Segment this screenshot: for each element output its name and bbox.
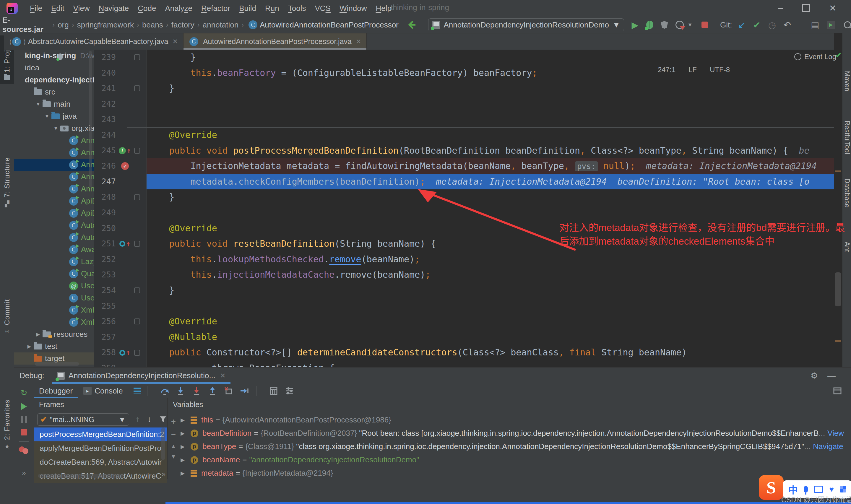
move-down-icon[interactable]: ▼ [170, 453, 176, 460]
debug-button[interactable] [646, 21, 653, 29]
run-button[interactable]: ▶ [632, 20, 638, 30]
tree-item-xmldepe[interactable]: CXmlDepe [14, 316, 94, 328]
tool-button-restfultool[interactable]: RestfulTool [843, 121, 851, 154]
tree-item-qualifier[interactable]: CQualifier [14, 268, 94, 280]
tree-arrow-icon[interactable]: ▼ [51, 126, 60, 131]
tool-button-database[interactable]: Database [843, 178, 851, 208]
fold-marker-icon[interactable] [134, 85, 140, 91]
close-button[interactable]: ✕ [821, 0, 844, 16]
code-line-242[interactable]: 242 [94, 96, 834, 112]
overrides-icon[interactable] [120, 350, 125, 356]
implements-icon[interactable]: I [119, 147, 126, 154]
menu-item-file[interactable]: File [25, 4, 47, 13]
tree-item-test[interactable]: ▶test [14, 340, 94, 353]
rerun-icon[interactable]: ↻ [20, 388, 27, 398]
more-actions-icon[interactable]: » [22, 469, 26, 477]
tree-item-usergrou[interactable]: @UserGrou [14, 280, 94, 292]
resume-icon[interactable] [21, 403, 27, 410]
event-log-button[interactable]: Event Log [794, 53, 836, 61]
tree-arrow-icon[interactable]: ▶ [34, 331, 42, 337]
breadcrumb-class[interactable]: AutowiredAnnotationBeanPostProcessor [260, 20, 399, 30]
variable-row-metadata[interactable]: ▶metadata={InjectionMetadata@2194} [181, 467, 848, 480]
breadcrumb-item[interactable]: beans [142, 20, 163, 30]
frame-up-icon[interactable]: ↑ [135, 414, 140, 424]
tree-scrollbar[interactable] [89, 51, 92, 187]
menu-item-tools[interactable]: Tools [284, 4, 311, 13]
evaluate-expression-icon[interactable] [269, 386, 278, 396]
tree-item-userhold[interactable]: CUserHold [14, 292, 94, 304]
expand-icon[interactable]: ▶ [181, 444, 191, 450]
layout-settings-icon[interactable] [833, 386, 842, 396]
expand-icon[interactable]: ▶ [181, 430, 191, 437]
variable-row-beanType[interactable]: ▶pbeanType={Class@1911} "class org.xiaog… [181, 440, 848, 453]
filter-icon[interactable] [159, 415, 167, 424]
close-icon[interactable]: ✕ [172, 38, 178, 46]
pause-icon[interactable] [21, 416, 27, 423]
code-line-252[interactable]: 252 this.lookupMethodsChecked.remove(bea… [94, 252, 834, 267]
tree-item-annotati[interactable]: CAnnotati [14, 134, 94, 146]
expand-icon[interactable]: ▶ [181, 417, 191, 424]
profiler-button[interactable] [675, 21, 684, 29]
expand-icon[interactable]: ▶ [181, 457, 191, 463]
frame-row[interactable]: doCreateBean:569, AbstractAutowir [34, 455, 167, 469]
file-encoding[interactable]: UTF-8 [710, 66, 730, 74]
fold-marker-icon[interactable] [134, 194, 140, 200]
drop-frame-icon[interactable] [224, 386, 233, 396]
variable-row-beanName[interactable]: ▶pbeanName= "annotationDependencyInjecti… [181, 453, 848, 467]
view-breakpoints-icon[interactable] [19, 446, 29, 454]
more-icon[interactable]: » [162, 470, 165, 478]
editor-tab[interactable]: (C)AbstractAutowireCapableBeanFactory.ja… [4, 33, 183, 50]
expand-icon[interactable]: ▶ [181, 470, 191, 476]
step-into-icon[interactable] [176, 386, 185, 396]
back-arrow-icon[interactable] [406, 19, 418, 31]
tree-hscrollbar[interactable] [35, 362, 79, 366]
stop-icon[interactable] [21, 429, 27, 435]
tree-arrow-icon[interactable]: ▶ [25, 344, 34, 349]
tool-button-commit[interactable]: Commit⌾ [0, 299, 14, 335]
menu-item-window[interactable]: Window [335, 4, 371, 13]
menu-item-edit[interactable]: Edit [47, 4, 69, 13]
close-icon[interactable]: ✕ [220, 372, 225, 380]
code-line-239[interactable]: 239 } [94, 50, 834, 65]
run-configuration-select[interactable]: AnnotationDependencyInjectionResolutionD… [428, 18, 624, 31]
code-line-249[interactable]: 249 [94, 205, 834, 221]
tree-item-org.xiaoge.t[interactable]: ▼org.xiaoge.t [14, 122, 94, 134]
menu-item-analyze[interactable]: Analyze [160, 4, 197, 13]
hide-panel-icon[interactable]: — [827, 371, 836, 380]
breadcrumb-item[interactable]: factory [171, 20, 195, 30]
settings-sliders-icon[interactable] [285, 386, 294, 396]
code-line-247[interactable]: 247 metadata.checkConfigMembers(beanDefi… [94, 174, 834, 190]
fold-marker-icon[interactable] [134, 350, 140, 356]
variable-row-this[interactable]: ▶this={AutowiredAnnotationBeanPostProces… [181, 413, 848, 427]
fold-marker-icon[interactable] [134, 54, 140, 60]
frame-row[interactable]: applyMergedBeanDefinitionPostPro [34, 442, 167, 455]
maximize-button[interactable] [795, 0, 817, 16]
tree-arrow-icon[interactable]: ▼ [34, 102, 42, 107]
line-ending[interactable]: LF [688, 66, 697, 74]
tool-button-maven[interactable]: Maven [843, 71, 851, 91]
tree-item-src[interactable]: src [14, 86, 94, 98]
code-line-258[interactable]: 258↑ public Constructor<?>[] determineCa… [94, 345, 834, 360]
code-line-243[interactable]: 243 [94, 112, 834, 127]
tree-item-annotati[interactable]: CAnnotati [14, 171, 94, 183]
tree-item-annotati[interactable]: CAnnotati [14, 183, 94, 195]
profiler-chevron-icon[interactable]: ▼ [687, 22, 693, 28]
breadcrumb-item[interactable]: annotation [203, 20, 238, 30]
tree-item-resources[interactable]: ▶resources [14, 328, 94, 340]
menu-item-run[interactable]: Run [260, 4, 284, 13]
build-project-button[interactable]: ▤ [811, 20, 819, 30]
tree-arrow-icon[interactable]: ▼ [42, 114, 51, 119]
tree-item-apidepe[interactable]: CApiDepe [14, 207, 94, 219]
tree-item-lazyann[interactable]: CLazyAnn [14, 255, 94, 268]
code-line-246[interactable]: 246✔ InjectionMetadata metadata = findAu… [94, 158, 834, 174]
stop-button[interactable] [702, 22, 708, 28]
menu-item-vcs[interactable]: VCS [310, 4, 335, 13]
menu-item-refactor[interactable]: Refactor [197, 4, 235, 13]
tool-button-favorites[interactable]: 2: Favorites★ [0, 399, 14, 450]
breadcrumb-item[interactable]: E-sources.jar [2, 16, 49, 34]
code-line-245[interactable]: 245I↑ public void postProcessMergedBeanD… [94, 143, 834, 159]
tree-item-dependency-injection[interactable]: dependency-injection [14, 74, 94, 86]
variable-row-beanDefinition[interactable]: ▶pbeanDefinition={RootBeanDefinition@203… [181, 427, 848, 440]
git-rollback-button[interactable]: ↶ [784, 20, 791, 30]
tree-item-annotati[interactable]: CAnnotati [14, 146, 94, 159]
